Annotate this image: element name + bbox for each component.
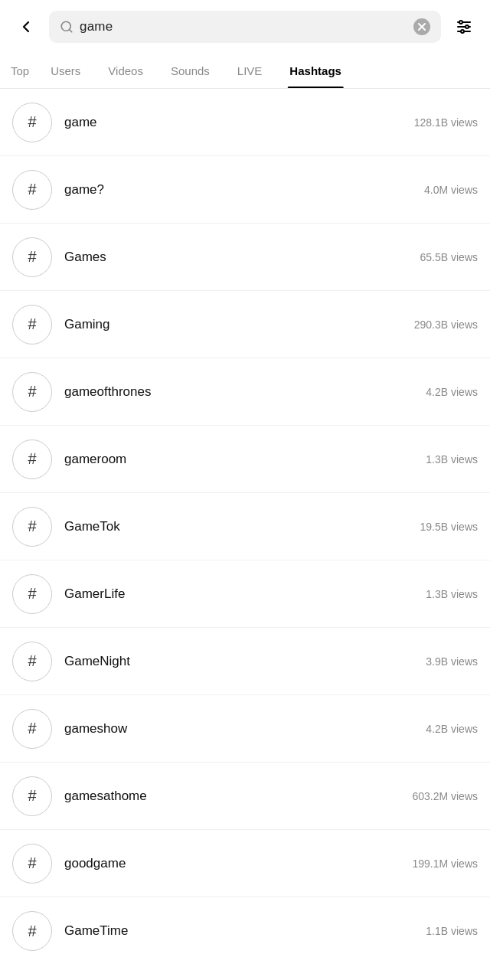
hashtag-icon: # xyxy=(12,574,52,614)
hashtag-icon: # xyxy=(12,305,52,345)
tab-users[interactable]: Users xyxy=(37,54,94,88)
hashtag-name: gameshow xyxy=(64,721,426,737)
tab-sounds[interactable]: Sounds xyxy=(157,54,224,88)
hashtag-name: game? xyxy=(64,182,424,198)
search-icon xyxy=(60,20,74,34)
hashtag-views: 603.2M views xyxy=(412,790,478,802)
hashtag-icon: # xyxy=(12,439,52,479)
search-bar[interactable]: game xyxy=(49,11,441,43)
hashtag-item[interactable]: # GamerLife 1.3B views xyxy=(0,560,490,628)
hashtag-icon: # xyxy=(12,170,52,210)
tab-bar: Top Users Videos Sounds LIVE Hashtags xyxy=(0,54,490,89)
filter-button[interactable] xyxy=(450,13,478,41)
hashtag-item[interactable]: # GameTok 19.5B views xyxy=(0,493,490,560)
hashtag-views: 1.1B views xyxy=(426,925,478,937)
clear-button[interactable] xyxy=(413,18,430,35)
hashtag-views: 1.3B views xyxy=(426,453,478,466)
hashtag-name: goodgame xyxy=(64,856,412,871)
hashtag-views: 65.5B views xyxy=(420,251,478,263)
hashtag-views: 3.9B views xyxy=(426,655,478,668)
hashtag-icon: # xyxy=(12,103,52,142)
hashtag-views: 4.2B views xyxy=(426,386,478,398)
svg-point-8 xyxy=(466,25,469,28)
hashtag-name: gameroom xyxy=(64,452,426,467)
hashtag-item[interactable]: # goodgame 199.1M views xyxy=(0,830,490,897)
hashtag-item[interactable]: # game? 4.0M views xyxy=(0,156,490,224)
hashtag-views: 4.2B views xyxy=(426,723,478,735)
hashtag-item[interactable]: # gameroom 1.3B views xyxy=(0,426,490,493)
tab-videos[interactable]: Videos xyxy=(94,54,157,88)
svg-point-7 xyxy=(459,21,462,24)
svg-point-9 xyxy=(461,30,464,33)
hashtag-item[interactable]: # game 128.1B views xyxy=(0,89,490,156)
hashtag-views: 19.5B views xyxy=(420,521,478,533)
hashtag-item[interactable]: # Games 65.5B views xyxy=(0,224,490,291)
header: game xyxy=(0,0,490,54)
hashtag-item[interactable]: # GameNight 3.9B views xyxy=(0,628,490,695)
hashtag-views: 4.0M views xyxy=(424,184,478,196)
hashtag-item[interactable]: # gameofthrones 4.2B views xyxy=(0,358,490,426)
hashtag-views: 1.3B views xyxy=(426,588,478,600)
hashtag-icon: # xyxy=(12,709,52,749)
hashtag-views: 199.1M views xyxy=(412,858,478,870)
tab-hashtags[interactable]: Hashtags xyxy=(276,54,355,88)
hashtag-icon: # xyxy=(12,642,52,681)
hashtag-name: game xyxy=(64,115,414,130)
back-button[interactable] xyxy=(12,13,40,41)
hashtag-icon: # xyxy=(12,372,52,412)
hashtag-name: gameofthrones xyxy=(64,384,426,400)
hashtag-name: Gaming xyxy=(64,317,414,332)
tab-live[interactable]: LIVE xyxy=(224,54,276,88)
hashtag-views: 290.3B views xyxy=(414,318,478,331)
svg-line-1 xyxy=(69,29,71,31)
search-text: game xyxy=(80,19,407,34)
hashtag-icon: # xyxy=(12,776,52,816)
hashtag-icon: # xyxy=(12,844,52,884)
tab-top[interactable]: Top xyxy=(0,54,37,88)
hashtag-name: Games xyxy=(64,250,420,265)
hashtag-item[interactable]: # gameshow 4.2B views xyxy=(0,695,490,763)
hashtag-item[interactable]: # Gaming 290.3B views xyxy=(0,291,490,358)
hashtag-name: GameTime xyxy=(64,923,426,939)
hashtag-name: GamerLife xyxy=(64,586,426,602)
hashtag-icon: # xyxy=(12,911,52,951)
hashtag-item[interactable]: # gamesathome 603.2M views xyxy=(0,763,490,830)
hashtag-icon: # xyxy=(12,507,52,547)
hashtag-list: # game 128.1B views # game? 4.0M views #… xyxy=(0,89,490,965)
hashtag-item[interactable]: # GameTime 1.1B views xyxy=(0,897,490,965)
hashtag-name: GameNight xyxy=(64,654,426,669)
hashtag-views: 128.1B views xyxy=(414,116,478,129)
hashtag-icon: # xyxy=(12,237,52,277)
hashtag-name: gamesathome xyxy=(64,789,412,804)
hashtag-name: GameTok xyxy=(64,519,420,534)
